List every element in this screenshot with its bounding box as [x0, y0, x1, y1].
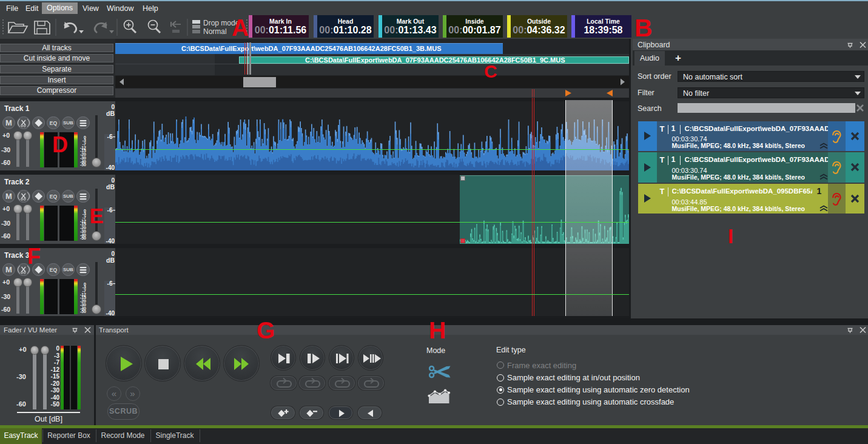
svg-text:Normal: Normal [203, 27, 227, 36]
